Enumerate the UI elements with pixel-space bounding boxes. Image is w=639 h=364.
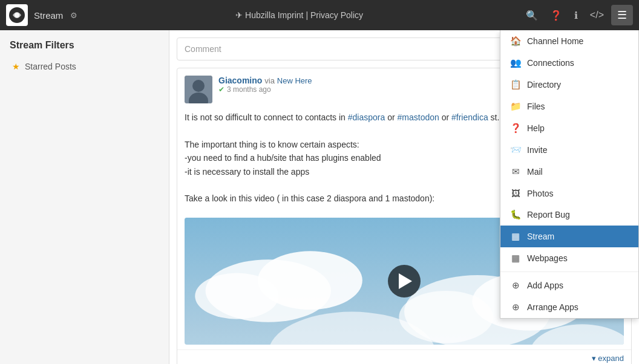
menu-item-channel-home[interactable]: 🏠 Channel Home xyxy=(500,30,638,52)
expand-row[interactable]: ▾ expand xyxy=(177,349,631,364)
bug-icon: 🐛 xyxy=(510,209,521,220)
link-diaspora[interactable]: #diaspora xyxy=(348,112,385,122)
play-button[interactable] xyxy=(388,265,421,297)
menu-label-stream: Stream xyxy=(527,232,554,241)
link-mastodon[interactable]: #mastodon xyxy=(398,112,439,122)
menu-label-help: Help xyxy=(527,123,545,133)
timestamp-text: 3 months ago xyxy=(227,85,271,94)
menu-item-directory[interactable]: 📋 Directory xyxy=(500,74,638,96)
invite-icon: 📨 xyxy=(510,145,521,155)
post-author[interactable]: Giacomino xyxy=(218,76,262,85)
site-link[interactable]: ✈ Hubzilla Imprint | Privacy Policy xyxy=(235,10,363,20)
app-logo[interactable] xyxy=(6,4,28,26)
stream-nav-label: Stream xyxy=(34,10,63,21)
menu-item-photos[interactable]: 🖼 Photos xyxy=(500,183,638,204)
arrange-apps-icon: ⊕ xyxy=(510,302,521,313)
menu-label-files: Files xyxy=(527,102,545,111)
dropdown-divider xyxy=(500,271,638,272)
photos-icon: 🖼 xyxy=(510,188,521,198)
hamburger-menu-button[interactable]: ☰ xyxy=(611,5,633,25)
stream-settings-icon[interactable]: ⚙ xyxy=(70,11,77,20)
post-via: via xyxy=(264,76,275,85)
menu-label-connections: Connections xyxy=(527,58,574,68)
verified-icon: ✔ xyxy=(218,85,224,94)
navbar: Stream ⚙ ✈ Hubzilla Imprint | Privacy Po… xyxy=(0,0,639,30)
star-icon: ★ xyxy=(12,62,20,71)
menu-label-webpages: Webpages xyxy=(527,253,568,263)
code-button[interactable]: </> xyxy=(585,6,609,24)
link-friendica[interactable]: #friendica xyxy=(451,112,488,122)
home-icon: 🏠 xyxy=(510,36,521,47)
menu-item-files[interactable]: 📁 Files xyxy=(500,96,638,117)
menu-item-help[interactable]: ❓ Help xyxy=(500,117,638,139)
sidebar-title: Stream Filters xyxy=(10,40,159,51)
svg-point-8 xyxy=(195,273,278,319)
menu-label-report-bug: Report Bug xyxy=(527,210,570,219)
add-apps-icon: ⊕ xyxy=(510,280,521,291)
menu-label-arrange-apps: Arrange Apps xyxy=(527,302,578,312)
post-channel[interactable]: New Here xyxy=(277,76,312,85)
dropdown-menu: 🏠 Channel Home 👥 Connections 📋 Directory… xyxy=(500,30,639,319)
menu-label-add-apps: Add Apps xyxy=(527,281,563,290)
menu-label-photos: Photos xyxy=(527,189,554,198)
info-button[interactable]: ℹ xyxy=(569,6,583,25)
menu-label-invite: Invite xyxy=(527,145,547,155)
files-icon: 📁 xyxy=(510,101,521,112)
menu-item-report-bug[interactable]: 🐛 Report Bug xyxy=(500,204,638,226)
help-menu-icon: ❓ xyxy=(510,123,521,134)
menu-item-invite[interactable]: 📨 Invite xyxy=(500,139,638,161)
menu-label-channel-home: Channel Home xyxy=(527,36,583,46)
menu-item-connections[interactable]: 👥 Connections xyxy=(500,52,638,74)
menu-label-mail: Mail xyxy=(527,167,543,177)
webpages-icon: ▦ xyxy=(510,253,521,264)
menu-item-stream[interactable]: ▦ Stream xyxy=(500,226,638,247)
menu-label-directory: Directory xyxy=(527,80,561,89)
avatar xyxy=(185,76,212,103)
comment-placeholder: Comment xyxy=(185,44,221,54)
sidebar-item-starred-posts[interactable]: ★ Starred Posts xyxy=(10,58,159,75)
expand-label: ▾ expand xyxy=(592,354,624,363)
search-button[interactable]: 🔍 xyxy=(521,6,543,25)
svg-point-1 xyxy=(15,13,19,18)
menu-item-mail[interactable]: ✉ Mail xyxy=(500,161,638,183)
help-button[interactable]: ❓ xyxy=(545,6,567,25)
navbar-right: 🔍 ❓ ℹ </> ☰ xyxy=(521,5,633,25)
svg-point-3 xyxy=(192,80,205,92)
directory-icon: 📋 xyxy=(510,79,521,90)
stream-icon: ▦ xyxy=(510,231,521,242)
starred-posts-label: Starred Posts xyxy=(25,62,76,71)
connections-icon: 👥 xyxy=(510,57,521,68)
navbar-center: ✈ Hubzilla Imprint | Privacy Policy xyxy=(77,10,521,20)
mail-icon: ✉ xyxy=(510,166,521,177)
sidebar: Stream Filters ★ Starred Posts xyxy=(0,30,169,364)
menu-item-add-apps[interactable]: ⊕ Add Apps xyxy=(500,275,638,296)
menu-item-arrange-apps[interactable]: ⊕ Arrange Apps xyxy=(500,296,638,318)
brand: Stream ⚙ xyxy=(6,4,77,26)
menu-item-webpages[interactable]: ▦ Webpages xyxy=(500,247,638,269)
